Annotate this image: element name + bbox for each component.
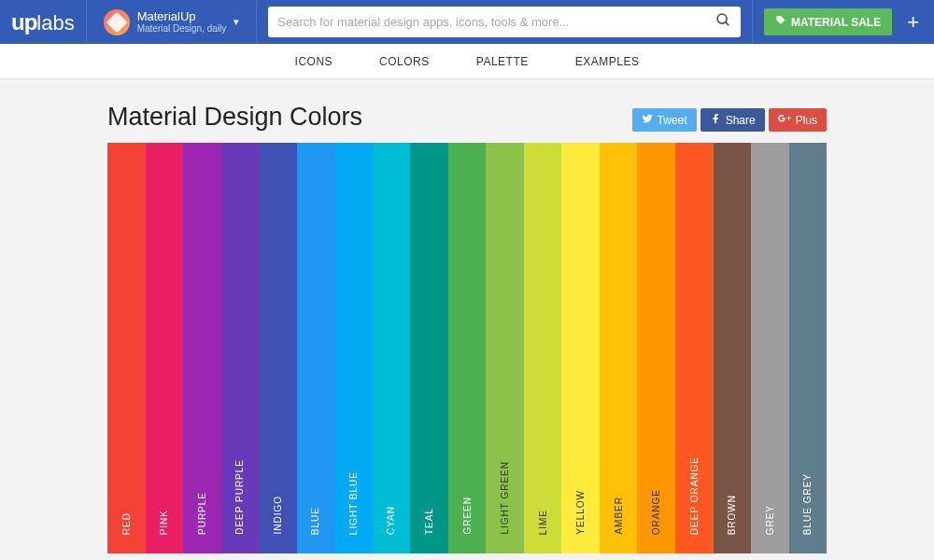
chevron-down-icon: ▾ bbox=[234, 16, 239, 28]
sale-label: MATERIAL SALE bbox=[791, 16, 881, 29]
swatch-teal[interactable]: TEAL bbox=[410, 143, 448, 553]
subnav-examples[interactable]: EXAMPLES bbox=[575, 55, 640, 68]
gplus-icon bbox=[778, 113, 791, 127]
swatch-label: BLUE GREY bbox=[802, 473, 813, 535]
topbar: uplabs MaterialUp Material Design, daily… bbox=[0, 0, 934, 44]
swatch-pink[interactable]: PINK bbox=[146, 143, 184, 553]
search-icon[interactable] bbox=[715, 12, 731, 33]
swatch-label: TEAL bbox=[424, 508, 434, 535]
swatch-deep-purple[interactable]: DEEP PURPLE bbox=[221, 143, 260, 553]
swatches: REDPINKPURPLEDEEP PURPLEINDIGOBLUELIGHT … bbox=[107, 143, 827, 553]
swatch-light-blue[interactable]: LIGHT BLUE bbox=[334, 143, 373, 553]
swatch-grey[interactable]: GREY bbox=[751, 143, 789, 553]
logo-up: up bbox=[11, 9, 36, 35]
svg-point-0 bbox=[717, 14, 727, 23]
swatch-blue-grey[interactable]: BLUE GREY bbox=[789, 143, 828, 553]
share-buttons: Tweet Share Plus bbox=[632, 108, 827, 132]
swatch-label: AMBER bbox=[614, 497, 624, 535]
brand-subtitle: Material Design, daily bbox=[137, 23, 227, 34]
swatch-label: BLUE bbox=[310, 507, 320, 535]
swatch-label: RED bbox=[121, 512, 132, 535]
swatch-label: ORANGE bbox=[651, 489, 661, 535]
page-title: Material Design Colors bbox=[107, 103, 362, 132]
subnav: ICONS COLORS PALETTE EXAMPLES bbox=[0, 44, 934, 79]
brand-text: MaterialUp Material Design, daily bbox=[137, 10, 227, 34]
page-header: Material Design Colors Tweet Share Plus bbox=[107, 103, 827, 132]
swatch-label: DEEP ORANGE bbox=[689, 456, 700, 535]
svg-line-1 bbox=[726, 21, 729, 25]
swatch-lime[interactable]: LIME bbox=[524, 143, 562, 553]
swatch-light-green[interactable]: LIGHT GREEN bbox=[486, 143, 524, 553]
swatch-blue[interactable]: BLUE bbox=[297, 143, 335, 553]
swatch-orange[interactable]: ORANGE bbox=[637, 143, 675, 553]
material-sale-button[interactable]: MATERIAL SALE bbox=[764, 8, 892, 35]
search-wrap bbox=[268, 7, 741, 37]
tag-icon bbox=[775, 15, 786, 29]
swatch-amber[interactable]: AMBER bbox=[600, 143, 638, 553]
swatch-label: LIGHT BLUE bbox=[348, 471, 359, 535]
search-input[interactable] bbox=[277, 15, 715, 29]
brand-title: MaterialUp bbox=[137, 10, 227, 23]
swatch-label: INDIGO bbox=[273, 496, 283, 535]
swatch-label: BROWN bbox=[727, 495, 737, 535]
divider bbox=[86, 0, 87, 44]
tweet-label: Tweet bbox=[658, 114, 687, 127]
divider bbox=[256, 0, 257, 44]
gplus-button[interactable]: Plus bbox=[769, 108, 827, 132]
swatch-deep-orange[interactable]: DEEP ORANGE bbox=[675, 143, 714, 553]
swatch-purple[interactable]: PURPLE bbox=[183, 143, 221, 553]
swatch-label: YELLOW bbox=[575, 490, 586, 535]
add-button[interactable]: + bbox=[903, 10, 923, 35]
swatch-label: GREY bbox=[765, 505, 775, 535]
swatch-label: PURPLE bbox=[197, 492, 207, 535]
swatch-green[interactable]: GREEN bbox=[448, 143, 487, 553]
facebook-icon bbox=[710, 113, 721, 127]
content: Material Design Colors Tweet Share Plus … bbox=[0, 79, 934, 553]
brand-icon bbox=[104, 9, 130, 35]
twitter-icon bbox=[642, 113, 653, 127]
share-label: Share bbox=[726, 114, 756, 127]
brand-dropdown[interactable]: MaterialUp Material Design, daily ▾ bbox=[98, 6, 246, 39]
share-button[interactable]: Share bbox=[700, 108, 765, 132]
swatch-brown[interactable]: BROWN bbox=[714, 143, 752, 553]
subnav-colors[interactable]: COLORS bbox=[379, 55, 430, 68]
subnav-icons[interactable]: ICONS bbox=[295, 55, 333, 68]
logo[interactable]: uplabs bbox=[11, 9, 75, 35]
swatch-cyan[interactable]: CYAN bbox=[373, 143, 411, 553]
swatch-red[interactable]: RED bbox=[107, 143, 146, 553]
swatch-label: GREEN bbox=[462, 497, 473, 535]
swatch-label: DEEP PURPLE bbox=[234, 459, 245, 535]
search-box[interactable] bbox=[268, 7, 741, 37]
subnav-palette[interactable]: PALETTE bbox=[476, 55, 529, 68]
swatch-label: LIGHT GREEN bbox=[500, 461, 510, 535]
gplus-label: Plus bbox=[796, 114, 817, 127]
swatch-indigo[interactable]: INDIGO bbox=[259, 143, 297, 553]
swatch-label: LIME bbox=[538, 510, 548, 535]
swatch-label: CYAN bbox=[386, 506, 396, 535]
logo-labs: labs bbox=[36, 11, 74, 35]
divider bbox=[752, 0, 753, 44]
tweet-button[interactable]: Tweet bbox=[632, 108, 697, 132]
swatch-yellow[interactable]: YELLOW bbox=[561, 143, 600, 553]
swatch-label: PINK bbox=[159, 510, 169, 535]
